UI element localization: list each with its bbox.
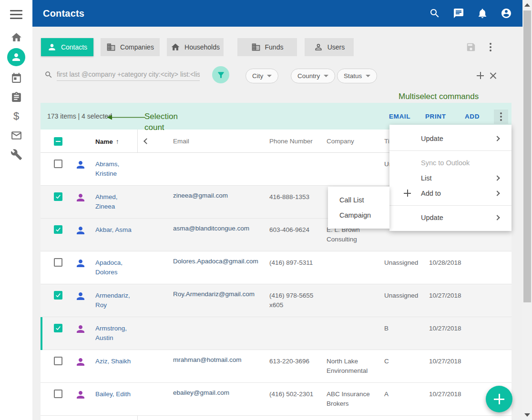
home-icon <box>10 31 22 43</box>
row-checkbox[interactable] <box>54 225 62 234</box>
filter-button[interactable] <box>212 66 229 83</box>
scrollbar-thumb[interactable] <box>523 10 531 302</box>
contact-email[interactable]: asma@blanditcongue.com <box>173 224 264 233</box>
chevron-right-icon <box>494 175 500 180</box>
contact-name-link[interactable]: Aziz, Shaikh <box>95 357 135 366</box>
person-icon <box>47 42 57 52</box>
sidebar-item-calendar[interactable] <box>0 70 32 87</box>
column-header-name[interactable]: Name↑ <box>95 138 119 145</box>
row-checkbox[interactable] <box>54 324 62 332</box>
row-checkbox[interactable] <box>54 192 62 201</box>
chat-icon <box>453 8 464 19</box>
indeterminate-icon <box>56 141 61 142</box>
table-row[interactable]: Aziz, Shaikh mrahman@hotmail.com 613-220… <box>41 350 512 383</box>
scroll-up-arrow[interactable] <box>524 3 530 7</box>
sidebar-item-contacts[interactable] <box>0 48 32 66</box>
menu-item-update-top[interactable]: Update <box>389 131 512 146</box>
messages-button[interactable] <box>453 8 464 19</box>
vertical-scrollbar[interactable] <box>522 0 532 420</box>
global-search-button[interactable] <box>429 8 440 19</box>
sidebar-item-tools[interactable] <box>0 146 32 163</box>
filter-chip-status[interactable]: Status <box>337 69 377 83</box>
chevron-right-icon <box>494 190 500 196</box>
plus-icon <box>477 72 484 79</box>
add-contact-fab[interactable] <box>486 386 512 412</box>
contact-email[interactable]: Dolores.Apadoca@gmail.com <box>173 257 264 266</box>
contact-name-link[interactable]: Armendariz, Roy <box>95 291 135 310</box>
collapse-columns-icon[interactable] <box>143 138 150 144</box>
row-checkbox[interactable] <box>54 357 62 365</box>
clipboard-icon <box>10 91 22 103</box>
sidebar-item-billing[interactable]: $ <box>0 108 32 125</box>
notifications-button[interactable] <box>477 8 488 19</box>
submenu-item-call-list[interactable]: Call List <box>328 192 389 208</box>
contact-name-link[interactable]: Ahmed, Zineea <box>95 192 135 211</box>
contact-company: ABC Insurance Brokers <box>327 390 374 409</box>
person-outline-icon <box>314 42 323 52</box>
filter-chip-city[interactable]: City <box>246 69 278 83</box>
tab-contacts[interactable]: Contacts <box>41 38 93 56</box>
add-filter-button[interactable] <box>477 72 484 80</box>
row-checkbox[interactable] <box>54 291 62 300</box>
check-icon <box>55 193 61 200</box>
chevron-down-icon <box>324 75 328 77</box>
plus-icon <box>404 190 411 197</box>
tab-label: Households <box>184 43 220 51</box>
scroll-down-arrow[interactable] <box>524 413 530 417</box>
tab-funds[interactable]: Funds <box>237 38 297 56</box>
sidebar-item-home[interactable] <box>0 29 32 46</box>
sidebar-item-tasks[interactable] <box>0 89 32 106</box>
save-view-button[interactable] <box>466 42 476 54</box>
row-checkbox[interactable] <box>54 390 62 398</box>
contact-email[interactable]: zineea@gmail.com <box>173 191 264 200</box>
search-icon <box>44 70 53 79</box>
sidebar-item-mail[interactable] <box>0 127 32 144</box>
contact-email[interactable]: ebailey@gmail.com <box>173 388 264 398</box>
tab-users[interactable]: Users <box>305 38 354 56</box>
column-header-company[interactable]: Company <box>327 138 354 145</box>
submenu-item-campaign[interactable]: Campaign <box>328 208 389 223</box>
filter-chip-country[interactable]: Country <box>291 69 335 83</box>
vertical-dots-icon <box>490 43 491 51</box>
hamburger-menu-button[interactable] <box>0 6 32 23</box>
contact-name-link[interactable]: Abrams, Kristine <box>95 160 135 179</box>
contact-name-link[interactable]: Apadoca, Dolores <box>95 258 135 277</box>
view-overflow-menu-button[interactable] <box>490 43 491 51</box>
contact-email[interactable]: mrahman@hotmail.com <box>173 355 264 365</box>
row-checkbox[interactable] <box>54 258 62 267</box>
multiselect-overflow-button[interactable] <box>494 110 508 124</box>
contact-name-link[interactable]: Bailey, Edith <box>95 390 135 399</box>
row-checkbox[interactable] <box>54 160 62 168</box>
table-row[interactable]: Armendariz, Roy Roy.Armendariz@gmail.com… <box>41 284 512 317</box>
chip-label: Status <box>344 72 362 80</box>
table-row[interactable]: Apadoca, Dolores Dolores.Apadoca@gmail.c… <box>41 251 512 284</box>
save-icon <box>466 42 476 52</box>
column-header-email[interactable]: Email <box>173 138 189 145</box>
check-icon <box>55 292 61 299</box>
contact-search-input[interactable] <box>57 68 200 81</box>
tab-label: Companies <box>120 43 154 51</box>
contact-email[interactable]: Roy.Armendariz@gmail.com <box>173 290 264 299</box>
table-row[interactable]: Armstrong, Austin B 10/27/2018 <box>41 317 512 350</box>
account-button[interactable] <box>501 8 512 19</box>
clear-filters-button[interactable] <box>490 72 497 80</box>
select-all-checkbox[interactable] <box>54 137 62 146</box>
contact-name-link[interactable]: Armstrong, Austin <box>95 324 135 343</box>
tab-households[interactable]: Households <box>167 38 224 56</box>
contact-avatar-icon <box>75 258 86 269</box>
contacts-active-circle <box>7 48 25 66</box>
column-header-phone[interactable]: Phone Number <box>269 138 313 145</box>
contact-name-link[interactable]: Akbar, Asma <box>95 225 135 235</box>
add-to-submenu: Call List Campaign <box>328 187 389 229</box>
home-icon <box>171 42 180 52</box>
app-root: $ Contacts Contacts <box>0 0 532 420</box>
table-row[interactable]: Bailey, Edith ebailey@gmail.com (416) 50… <box>41 383 512 416</box>
tab-companies[interactable]: Companies <box>101 38 160 56</box>
sidebar: $ <box>0 0 32 420</box>
menu-item-list[interactable]: List <box>389 170 512 186</box>
contact-date: 10/28/2018 <box>429 258 472 268</box>
chevron-right-icon <box>494 136 500 141</box>
contact-phone: 416-888-1353 <box>269 192 320 202</box>
menu-item-update-bottom[interactable]: Update <box>389 210 512 225</box>
menu-item-add-to[interactable]: Add to <box>389 186 512 201</box>
